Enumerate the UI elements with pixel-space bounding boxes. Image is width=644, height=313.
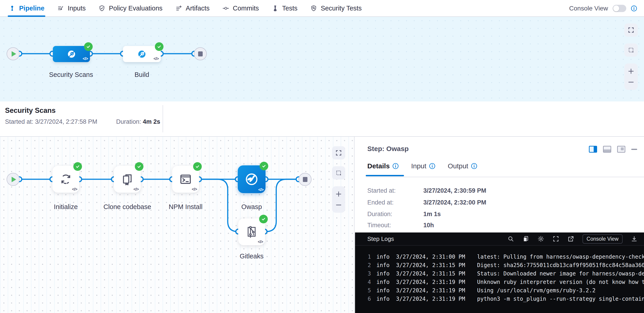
- stage-canvas-controls: [624, 23, 638, 90]
- step-node-clone-codebase[interactable]: </>: [114, 166, 141, 193]
- log-line: 1info3/27/2024, 2:31:00 PMlatest: Pullin…: [355, 253, 644, 261]
- zoom-in-button[interactable]: [624, 66, 638, 77]
- step-label: NPM Install: [158, 203, 213, 211]
- commits-icon: [222, 5, 229, 12]
- tab-output[interactable]: Output: [448, 162, 477, 170]
- step-node-initialize[interactable]: </>: [52, 166, 79, 193]
- initialize-icon: [59, 172, 73, 186]
- code-icon: </>: [154, 56, 159, 61]
- clone-codebase-icon: [120, 172, 134, 186]
- nav-tab-artifacts[interactable]: Artifacts: [175, 0, 210, 16]
- gitleaks-icon: [244, 225, 259, 239]
- copy-icon[interactable]: [522, 235, 529, 242]
- detail-row-timeout: Timeout:10h: [367, 222, 434, 229]
- detail-row-started: Started at:3/27/2024, 2:30:59 PM: [367, 187, 486, 194]
- stop-icon: [303, 177, 308, 182]
- stage-node-security-scans[interactable]: </>: [53, 46, 90, 62]
- success-badge: [84, 42, 93, 51]
- step-end-node[interactable]: [298, 173, 312, 186]
- right-panel-view-icon[interactable]: [589, 146, 597, 153]
- stage-node-build[interactable]: </>: [123, 46, 161, 62]
- toggle-knob: [613, 5, 619, 11]
- code-icon: </>: [258, 240, 263, 244]
- info-icon[interactable]: [429, 163, 436, 169]
- fullscreen-icon[interactable]: [552, 235, 559, 242]
- log-line: 5info3/27/2024, 2:31:19 PMUsing /usr/loc…: [355, 286, 644, 295]
- nav-tab-policy-evaluations[interactable]: Policy Evaluations: [98, 0, 162, 16]
- nav-tab-inputs[interactable]: Inputs: [57, 0, 86, 16]
- step-label: Gitleaks: [224, 253, 279, 260]
- info-icon[interactable]: [631, 5, 637, 11]
- pipeline-icon: [9, 5, 16, 12]
- fullscreen-button[interactable]: [624, 23, 638, 37]
- step-label: Owasp: [224, 203, 279, 211]
- play-icon: [12, 51, 16, 57]
- info-icon[interactable]: [392, 163, 399, 169]
- stage-edges: [0, 17, 644, 101]
- security-tests-icon: [310, 5, 317, 12]
- build-stage-icon: [137, 49, 147, 59]
- log-lines: 1info3/27/2024, 2:31:00 PMlatest: Pullin…: [355, 246, 644, 303]
- marquee-select-button[interactable]: [624, 43, 638, 57]
- stage-label: Build: [114, 71, 169, 78]
- step-logs-toolbar: Console View: [507, 234, 638, 244]
- stop-icon: [198, 51, 203, 56]
- console-view-toggle[interactable]: [612, 5, 626, 12]
- code-icon: </>: [72, 187, 77, 192]
- zoom-out-button[interactable]: [624, 77, 638, 88]
- step-node-owasp[interactable]: </>: [238, 165, 266, 193]
- info-icon[interactable]: [471, 163, 477, 169]
- tab-details[interactable]: Details: [367, 162, 399, 170]
- stage-start-node[interactable]: [6, 47, 20, 60]
- step-node-npm-install[interactable]: </>: [172, 166, 199, 193]
- floating-panel-view-icon[interactable]: [617, 146, 625, 153]
- policy-evaluations-icon: [98, 5, 106, 12]
- zoom-controls: [332, 186, 345, 213]
- artifacts-icon: [175, 5, 182, 12]
- panel-view-switcher: [589, 146, 637, 153]
- marquee-select-button[interactable]: [332, 166, 345, 179]
- detail-row-duration: Duration:1m 1s: [367, 211, 441, 218]
- play-icon: [12, 177, 16, 182]
- step-panel-title: Step: Owasp: [367, 145, 409, 153]
- minus-icon: [335, 202, 342, 208]
- stage-info-title: Security Scans: [5, 106, 56, 115]
- active-tab-underline: [366, 175, 404, 176]
- step-node-gitleaks[interactable]: </>: [238, 218, 265, 245]
- step-start-node[interactable]: [6, 173, 20, 186]
- code-icon: </>: [258, 187, 264, 192]
- stage-end-node[interactable]: [194, 47, 207, 60]
- step-label: Initialize: [38, 203, 93, 211]
- settings-icon[interactable]: [538, 235, 544, 242]
- nav-tab-security-tests[interactable]: Security Tests: [310, 0, 362, 16]
- log-line: 4info3/27/2024, 2:31:19 PMUnknown ruby i…: [355, 278, 644, 286]
- step-logs-header: Step Logs Console View: [355, 233, 644, 246]
- log-line: 6info3/27/2024, 2:31:19 PMpython3 -m sto…: [355, 295, 644, 303]
- divider: [366, 177, 644, 177]
- zoom-out-button[interactable]: [332, 200, 345, 210]
- tab-input[interactable]: Input: [411, 162, 436, 170]
- fullscreen-button[interactable]: [332, 146, 345, 159]
- success-badge: [73, 162, 82, 171]
- nav-tab-commits[interactable]: Commits: [222, 0, 259, 16]
- zoom-in-button[interactable]: [332, 189, 345, 200]
- stage-graph-canvas: </> Security Scans </> Build: [0, 17, 644, 101]
- download-icon[interactable]: [631, 235, 638, 242]
- stage-info-bar: Security Scans Started at: 3/27/2024, 2:…: [0, 101, 644, 137]
- detail-row-ended: Ended at:3/27/2024, 2:32:00 PM: [367, 199, 486, 206]
- console-view-button[interactable]: Console View: [582, 234, 622, 244]
- bottom-panel-view-icon[interactable]: [603, 146, 611, 153]
- search-icon[interactable]: [507, 235, 514, 242]
- minimize-panel-icon[interactable]: [631, 149, 637, 150]
- zoom-controls: [624, 63, 638, 90]
- nav-tabs: Pipeline Inputs Policy Evaluations Artif…: [0, 0, 644, 16]
- marquee-icon: [628, 47, 634, 53]
- stage-label: Security Scans: [44, 71, 98, 78]
- stage-duration: Duration: 4m 2s: [116, 118, 160, 125]
- open-in-new-icon[interactable]: [568, 235, 574, 242]
- success-badge: [259, 215, 268, 223]
- nav-tab-pipeline[interactable]: Pipeline: [9, 0, 44, 16]
- marquee-icon: [335, 169, 342, 176]
- minus-icon: [628, 79, 634, 85]
- nav-tab-tests[interactable]: Tests: [272, 0, 298, 16]
